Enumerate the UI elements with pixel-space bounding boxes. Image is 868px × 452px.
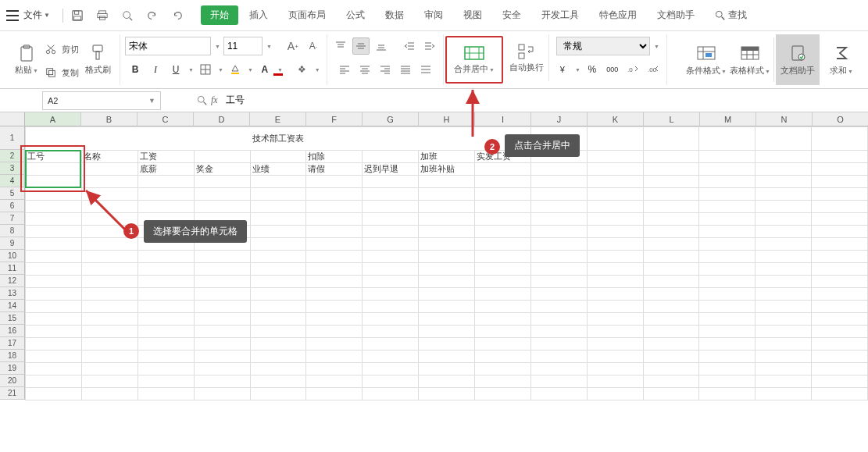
col-header-O[interactable]: O [813,112,868,126]
outdent-button[interactable] [401,37,418,55]
cells-table[interactable]: 技术部工资表 工号 名称 工资 扣除 加班 实发工资 底薪 奖金 业绩 请假 [25,126,868,400]
font-name-input[interactable] [125,37,211,55]
tab-security[interactable]: 安全 [493,5,530,25]
cell-title[interactable]: 技术部工资表 [26,127,531,151]
row-header-14[interactable]: 14 [0,300,25,312]
save-icon[interactable] [70,8,85,23]
row-header-6[interactable]: 6 [0,200,25,212]
cut-button[interactable]: 剪切 [45,37,79,61]
col-header-L[interactable]: L [644,112,700,126]
row-header-21[interactable]: 21 [0,387,25,400]
tab-view[interactable]: 视图 [454,5,491,25]
doc-helper-button[interactable]: 文档助手 [776,34,820,85]
find-button[interactable]: 查找 [715,9,747,22]
col-header-G[interactable]: G [363,112,419,126]
col-header-I[interactable]: I [475,112,531,126]
cell-F2[interactable]: 扣除 [306,151,363,163]
redo-icon[interactable] [170,8,185,23]
cell-E3[interactable]: 业绩 [250,163,306,176]
undo-icon[interactable] [145,8,160,23]
col-header-C[interactable]: C [138,112,194,126]
font-color-button[interactable]: A [256,61,273,78]
tab-dochelper[interactable]: 文档助手 [648,5,704,25]
merge-center-button[interactable]: 合并居中▼ [447,37,502,84]
row-header-5[interactable]: 5 [0,187,25,200]
italic-button[interactable]: I [147,61,164,78]
row-header-8[interactable]: 8 [0,225,25,237]
indent-button[interactable] [421,37,438,55]
row-header-1[interactable]: 1 [0,126,25,150]
row-header-9[interactable]: 9 [0,237,25,250]
cell-A2[interactable]: 工号 [26,151,82,163]
tab-insert[interactable]: 插入 [240,5,277,25]
tab-data[interactable]: 数据 [376,5,413,25]
cell-B2[interactable]: 名称 [81,151,138,163]
row-header-3[interactable]: 3 [0,162,25,175]
col-header-F[interactable]: F [306,112,363,126]
tab-formulas[interactable]: 公式 [337,5,374,25]
zoom-char-button[interactable]: ❖ [294,61,311,78]
col-header-B[interactable]: B [81,112,138,126]
row-header-11[interactable]: 11 [0,262,25,275]
cell-C3[interactable]: 底薪 [138,163,194,176]
bold-button[interactable]: B [127,61,144,78]
cell-F3[interactable]: 请假 [306,163,363,176]
column-headers[interactable]: A B C D E F G H I J K L M N O [25,112,868,126]
formula-input[interactable] [221,91,868,110]
row-header-13[interactable]: 13 [0,287,25,300]
cell-H3[interactable]: 加班补贴 [419,163,475,176]
align-center-button[interactable] [356,61,373,78]
sum-button[interactable]: 求和▼ [820,34,863,85]
name-box[interactable]: A2 ▼ [42,91,161,110]
row-header-4[interactable]: 4 [0,175,25,187]
row-header-16[interactable]: 16 [0,325,25,337]
row-header-15[interactable]: 15 [0,312,25,325]
cell-G3[interactable]: 迟到早退 [363,163,419,176]
col-header-K[interactable]: K [588,112,644,126]
zoom-icon[interactable] [197,95,208,106]
underline-button[interactable]: U [167,61,184,78]
fx-icon[interactable]: fx [211,94,218,106]
align-top-button[interactable] [332,37,349,55]
font-grow-button[interactable]: A+ [284,37,302,55]
spreadsheet-grid[interactable]: A B C D E F G H I J K L M N O 1 2 3 4 5 … [0,112,868,452]
col-header-A[interactable]: A [25,112,81,126]
select-all-corner[interactable] [0,112,25,126]
align-right-button[interactable] [377,61,394,78]
table-style-button[interactable]: 表格样式▼ [728,34,772,85]
col-header-N[interactable]: N [756,112,813,126]
row-header-10[interactable]: 10 [0,250,25,262]
tab-home[interactable]: 开始 [201,5,238,25]
comma-button[interactable]: 000 [604,61,621,78]
tab-review[interactable]: 审阅 [415,5,452,25]
copy-button[interactable]: 复制 [45,61,79,84]
align-distribute-button[interactable] [417,61,434,78]
cell-D3[interactable]: 奖金 [194,163,250,176]
currency-button[interactable]: ¥ [554,61,571,78]
border-button[interactable] [197,61,214,78]
number-format-select[interactable]: 常规 [556,37,650,55]
font-size-input[interactable] [223,37,263,55]
percent-button[interactable]: % [584,61,601,78]
row-header-12[interactable]: 12 [0,275,25,287]
align-justify-button[interactable] [397,61,414,78]
row-header-7[interactable]: 7 [0,212,25,225]
align-bottom-button[interactable] [373,37,390,55]
cell-C2[interactable]: 工资 [138,151,194,163]
col-header-J[interactable]: J [531,112,588,126]
cell-H2[interactable]: 加班 [419,151,475,163]
row-header-18[interactable]: 18 [0,350,25,362]
paste-button[interactable]: 粘贴▼ [9,34,44,81]
row-header-20[interactable]: 20 [0,375,25,387]
align-left-button[interactable] [336,61,353,78]
col-header-D[interactable]: D [194,112,250,126]
col-header-E[interactable]: E [250,112,306,126]
file-menu[interactable]: 文件 ▼ [6,9,50,22]
align-middle-button[interactable] [352,37,370,55]
row-header-19[interactable]: 19 [0,362,25,375]
tab-special[interactable]: 特色应用 [590,5,646,25]
row-header-2[interactable]: 2 [0,150,25,162]
inc-decimal-button[interactable]: .0 [624,61,641,78]
row-headers[interactable]: 1 2 3 4 5 6 7 8 9 10 11 12 13 14 15 16 1… [0,126,25,400]
font-shrink-button[interactable]: A- [305,37,322,55]
